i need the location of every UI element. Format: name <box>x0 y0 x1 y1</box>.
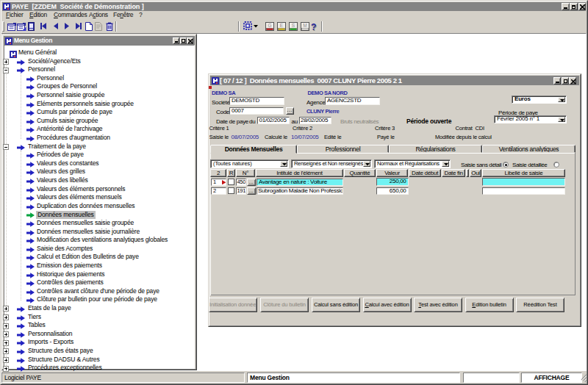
svg-text:S: S <box>292 23 295 28</box>
svg-text:E: E <box>280 23 284 28</box>
svg-text:G: G <box>268 23 271 28</box>
svg-text:M: M <box>303 23 306 28</box>
